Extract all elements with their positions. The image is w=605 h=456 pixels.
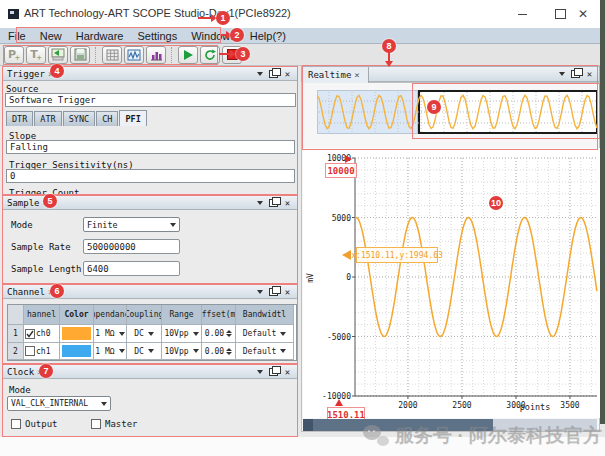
dropdown-arrow-icon <box>148 332 154 336</box>
col-coupling: Coupling <box>127 305 162 325</box>
ch1-bandwidth-select[interactable]: Default <box>236 343 294 360</box>
ch1-enable-checkbox[interactable] <box>25 346 35 356</box>
clock-panel-float-button[interactable] <box>268 367 279 377</box>
sample-mode-select[interactable]: Finite <box>83 217 180 232</box>
trigger-source-input[interactable]: Software Trigger <box>5 93 296 107</box>
grid-view-button[interactable] <box>102 46 122 64</box>
preview-waveform[interactable] <box>317 90 598 134</box>
channel-row-ch0: 1 ch0 1 MΩ DC 10Vpp 0.00 Default <box>8 325 296 343</box>
channel-table: hannel Color npendanc Coupling Range Off… <box>7 304 297 361</box>
channel-panel-menu-button[interactable] <box>254 287 265 297</box>
svg-text:0: 0 <box>346 273 351 282</box>
minimize-button[interactable] <box>505 0 539 28</box>
clock-master-checkbox[interactable]: Master <box>91 419 138 429</box>
ch1-coupling-select[interactable]: DC <box>127 343 162 360</box>
trigger-panel-close-button[interactable]: ✕ <box>282 69 293 79</box>
maximize-icon <box>555 9 566 19</box>
svg-text:points: points <box>520 402 551 412</box>
continuous-run-button[interactable] <box>200 46 220 64</box>
channel-panel: Channel × ✕ hannel Color npendanc Coupli… <box>2 284 298 364</box>
play-icon <box>184 50 193 60</box>
add-p-button[interactable]: P+ <box>4 46 24 64</box>
tab-atr[interactable]: ATR <box>34 111 61 126</box>
start-button[interactable] <box>178 46 198 64</box>
ch0-bandwidth-select[interactable]: Default <box>236 325 294 343</box>
ch0-enable-checkbox[interactable] <box>25 329 35 339</box>
trigger-panel-float-button[interactable] <box>268 69 279 79</box>
ch1-range-select[interactable]: 10Vpp <box>162 343 202 360</box>
sample-panel-float-button[interactable] <box>268 198 279 208</box>
sample-rate-input[interactable]: 500000000 <box>83 239 180 254</box>
svg-text:3500: 3500 <box>560 401 579 410</box>
title-bar: ART Technology-ART SCOPE Studio-Dev1(PCI… <box>0 0 605 29</box>
toolbar-separator <box>95 47 97 63</box>
ch0-coupling-select[interactable]: DC <box>127 325 162 343</box>
menu-settings[interactable]: Settings <box>137 30 177 42</box>
save-file-button[interactable] <box>70 46 90 64</box>
desktop-edge <box>600 0 605 424</box>
histogram-view-button[interactable] <box>146 46 166 64</box>
watermark-text: 服务号 · 阿尔泰科技官方 <box>395 423 602 449</box>
ch0-offset-value: 0.00 <box>205 329 224 338</box>
clock-panel-menu-button[interactable] <box>254 367 265 377</box>
close-button[interactable]: ✕ <box>566 0 600 28</box>
menu-new[interactable]: New <box>40 30 62 42</box>
float-icon <box>269 288 278 296</box>
channel-panel-float-button[interactable] <box>268 287 279 297</box>
channel-panel-titlebar: Channel × ✕ <box>3 285 297 299</box>
stop-button[interactable] <box>222 46 242 64</box>
menu-hardware[interactable]: Hardware <box>76 30 124 42</box>
trigger-tab-close-icon[interactable]: × <box>48 69 53 79</box>
clock-panel-close-button[interactable]: ✕ <box>282 367 293 377</box>
menu-help[interactable]: Help(?) <box>250 30 286 42</box>
realtime-panel-float-button[interactable] <box>570 69 581 79</box>
tab-dtr[interactable]: DTR <box>6 111 33 126</box>
realtime-tab-close-icon[interactable]: × <box>354 70 359 80</box>
ch1-impedance-select[interactable]: 1 MΩ <box>94 343 127 360</box>
sample-panel-close-button[interactable]: ✕ <box>282 198 293 208</box>
sample-panel: Sample × ✕ Mode Finite Sample Rate 50000… <box>2 195 298 284</box>
sample-length-input[interactable]: 6400 <box>83 261 180 276</box>
trigger-panel-titlebar: Trigger × ✕ <box>3 67 297 81</box>
realtime-panel-menu-button[interactable] <box>556 69 567 79</box>
ch1-offset-spinner[interactable]: 0.00 <box>202 343 236 360</box>
realtime-tab-label: Realtime <box>308 70 351 80</box>
ch0-impedance-value: 1 MΩ <box>95 329 114 338</box>
float-icon <box>269 70 278 78</box>
slope-input[interactable]: Falling <box>6 140 295 154</box>
sample-panel-menu-button[interactable] <box>254 198 265 208</box>
col-impedance: npendanc <box>94 305 127 325</box>
dropdown-arrow-icon <box>193 349 199 353</box>
realtime-panel-close-button[interactable]: ✕ <box>584 69 595 79</box>
clock-output-checkbox[interactable]: Output <box>11 419 58 429</box>
ch1-color-swatch[interactable] <box>62 345 91 357</box>
channel-panel-close-button[interactable]: ✕ <box>282 287 293 297</box>
toolbar: P+ T+ <box>0 44 605 66</box>
open-file-button[interactable] <box>48 46 68 64</box>
plus-icon: + <box>37 53 42 62</box>
trigger-panel-menu-button[interactable] <box>254 69 265 79</box>
realtime-tab[interactable]: Realtime × <box>303 67 369 83</box>
tab-sync[interactable]: SYNC <box>63 111 95 126</box>
sample-tab-close-icon[interactable]: × <box>43 198 48 208</box>
svg-text:2500: 2500 <box>452 401 471 410</box>
dropdown-arrow-icon <box>170 223 176 227</box>
ch0-offset-spinner[interactable]: 0.00 <box>202 325 236 343</box>
waveform-chart[interactable]: -10000-500005000100002000250030003500mVp… <box>303 148 600 418</box>
clock-tab-close-icon[interactable]: × <box>37 367 42 377</box>
channel-tab-close-icon[interactable]: × <box>48 287 53 297</box>
tab-ch[interactable]: CH <box>96 111 118 126</box>
ch0-coupling-value: DC <box>134 329 144 338</box>
dropdown-arrow-icon <box>280 349 286 353</box>
clock-mode-select[interactable]: VAL_CLK_INTERNAL <box>7 396 111 411</box>
add-t-button[interactable]: T+ <box>26 46 46 64</box>
clock-panel-title: Clock <box>7 367 34 377</box>
ch0-color-swatch[interactable] <box>62 327 91 340</box>
ch0-range-select[interactable]: 10Vpp <box>162 325 202 343</box>
ch0-impedance-select[interactable]: 1 MΩ <box>94 325 127 343</box>
waveform-view-button[interactable] <box>124 46 144 64</box>
menu-windows[interactable]: Windows <box>191 30 236 42</box>
tab-pfi[interactable]: PFI <box>119 110 146 126</box>
menu-file[interactable]: File <box>8 30 26 42</box>
sensitivity-input[interactable]: 0 <box>6 169 295 183</box>
